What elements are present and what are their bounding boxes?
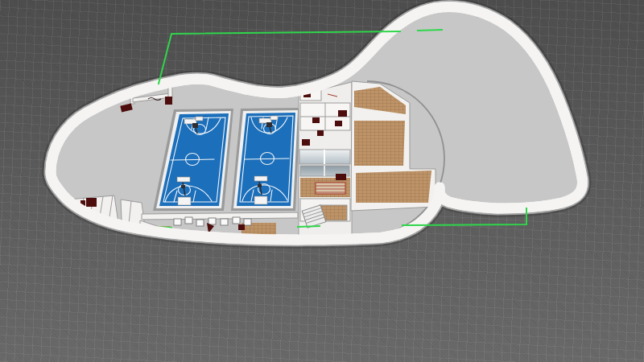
door-marker[interactable] [238,224,245,230]
door-marker[interactable] [165,97,172,105]
tile-grout [356,171,431,203]
fixture [174,219,181,225]
door-marker[interactable] [336,174,346,180]
3d-viewport[interactable] [0,0,644,362]
hoop-base [254,196,267,204]
hoop-stand [192,123,198,128]
fixture [244,219,251,225]
hoop-pad [270,116,278,120]
backboard [177,177,190,182]
hoop-stand [181,185,185,188]
building[interactable] [51,7,583,240]
fixture [233,217,240,224]
door-marker[interactable] [86,198,97,207]
door-marker[interactable] [302,139,310,146]
hoop-stand [258,184,262,187]
door-marker[interactable] [338,110,347,117]
basketball-court-right[interactable] [231,108,300,211]
nav-path-seg [298,226,320,227]
door-marker[interactable] [317,130,324,136]
hoop-pad [196,117,203,121]
door-marker[interactable] [335,121,342,126]
hoop-stand [266,122,272,127]
wall-seg [142,212,298,220]
nav-path-seg [418,30,442,31]
backboard [254,176,267,181]
hoop-base [178,197,191,205]
tile-grout [354,121,405,166]
floorplan-model [0,0,644,362]
fixture [185,217,192,224]
fixture [196,220,204,226]
fixture [208,218,216,224]
door-marker[interactable] [312,117,320,123]
fixture [221,219,228,225]
